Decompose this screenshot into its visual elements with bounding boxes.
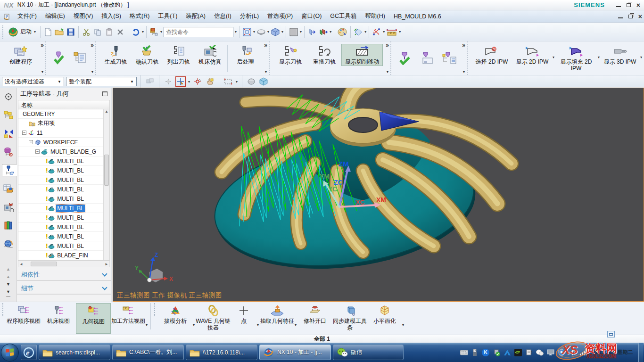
show-toolpath-button[interactable]: 显示刀轨 bbox=[273, 44, 307, 66]
menu-analysis[interactable]: 分析(L) bbox=[236, 10, 263, 22]
scroll-up-icon[interactable]: ▲ bbox=[6, 267, 10, 272]
snap-dropdown-arrow[interactable]: ▾ bbox=[188, 80, 190, 84]
operation-navigator-icon[interactable] bbox=[2, 164, 17, 176]
show-3d-dropdown-arrow[interactable]: ▾ bbox=[640, 55, 642, 59]
show-cut-moves-button[interactable]: 显示切削移动 bbox=[341, 44, 383, 66]
facet-dropdown-arrow[interactable]: ▾ bbox=[402, 323, 404, 327]
operation-list-icon[interactable] bbox=[73, 51, 87, 65]
tray-usb-icon[interactable] bbox=[471, 349, 479, 356]
tray-k-icon[interactable]: K bbox=[482, 349, 489, 356]
cut-button[interactable] bbox=[81, 25, 92, 39]
taskbar-nx-button[interactable]: NX 10 - 加工 - [j... bbox=[259, 345, 331, 360]
group-dropdown-arrow[interactable]: ▾ bbox=[91, 70, 93, 74]
selection-filter-dropdown[interactable]: 没有选择过滤器▼ bbox=[2, 77, 64, 86]
select-2d-ipw-button[interactable]: 选择 2D IPW bbox=[471, 44, 512, 66]
command-finder[interactable] bbox=[164, 27, 233, 37]
shaded-dropdown-arrow[interactable]: ▾ bbox=[267, 30, 269, 34]
paste-button[interactable] bbox=[103, 25, 115, 39]
tree-row-workpiece[interactable]: − WORKPIECE bbox=[18, 138, 109, 147]
tree-row-operation-selected[interactable]: !MULTI_BL bbox=[18, 204, 109, 213]
tree-row-operation[interactable]: !MULTI_BL bbox=[18, 213, 109, 222]
tray-volume-icon[interactable] bbox=[569, 349, 576, 356]
library-books-icon[interactable] bbox=[2, 219, 15, 231]
tray-wechat-icon[interactable] bbox=[536, 349, 544, 356]
graphics-viewport[interactable]: ZM ZC YM YC XC XM X Y Z 正三轴测图 工作 摄像机 正三轴… bbox=[113, 88, 644, 302]
assembly-navigator-icon[interactable] bbox=[2, 109, 15, 121]
roller-settings-icon[interactable] bbox=[2, 90, 15, 103]
verify-tool-icon[interactable] bbox=[53, 51, 67, 65]
patch-opening-button[interactable]: 修补开口 bbox=[297, 303, 332, 334]
tool-tree-icon[interactable] bbox=[441, 51, 456, 65]
move-face-button[interactable] bbox=[306, 25, 318, 39]
group-dropdown-arrow[interactable]: ▾ bbox=[387, 70, 388, 74]
tree-row-operation[interactable]: !MULTI_BL bbox=[18, 241, 109, 251]
tree-row-blade-finish[interactable]: !BLADE_FIN bbox=[18, 251, 109, 260]
tray-keyboard-icon[interactable] bbox=[460, 349, 468, 356]
copy-button[interactable] bbox=[92, 25, 103, 39]
list-toolpath-button[interactable]: 列出刀轨 bbox=[163, 44, 194, 66]
scroll-down-icon[interactable]: ▼ bbox=[6, 282, 10, 287]
rotate-point-icon[interactable] bbox=[192, 76, 203, 87]
search-dropdown-arrow[interactable]: ▾ bbox=[235, 30, 237, 34]
assembly-structure-button[interactable] bbox=[149, 25, 160, 39]
extract-dropdown-arrow[interactable]: ▾ bbox=[295, 323, 297, 327]
tree-horizontal-scrollbar[interactable]: ◄► bbox=[18, 261, 110, 267]
tree-row-operation[interactable]: !MULTI_BL bbox=[18, 166, 109, 175]
generate-toolpath-button[interactable]: 生成刀轨 bbox=[100, 44, 132, 66]
window-style-button[interactable] bbox=[288, 25, 299, 39]
scroll-bottom-icon[interactable]: ▼— bbox=[6, 289, 10, 299]
tray-network-icon[interactable] bbox=[579, 349, 587, 356]
group-dropdown-arrow[interactable]: ▾ bbox=[265, 70, 267, 74]
undo-dropdown-arrow[interactable]: ▾ bbox=[142, 30, 144, 34]
point-button[interactable]: 点 bbox=[231, 303, 257, 334]
role-palette-button[interactable] bbox=[336, 25, 348, 39]
save-button[interactable] bbox=[65, 25, 76, 39]
section-button[interactable] bbox=[371, 25, 382, 39]
point-dropdown-arrow[interactable]: ▾ bbox=[257, 323, 259, 327]
menu-information[interactable]: 信息(I) bbox=[210, 10, 236, 22]
view-group-dropdown-arrow[interactable]: ▾ bbox=[146, 323, 148, 327]
part-navigator-icon[interactable] bbox=[2, 146, 15, 158]
delete-button[interactable] bbox=[115, 25, 126, 39]
tree-row-geometry[interactable]: GEOMETRY bbox=[18, 109, 109, 119]
group-dropdown-arrow[interactable]: ▾ bbox=[41, 70, 43, 74]
shaded-object-icon[interactable] bbox=[246, 76, 256, 87]
snap-point-active-icon[interactable] bbox=[175, 76, 186, 87]
menu-hb-mould[interactable]: HB_MOULD M6.6 bbox=[389, 11, 446, 22]
group-expand-chevron[interactable]: » bbox=[91, 42, 94, 49]
reuse-library-icon[interactable] bbox=[2, 182, 15, 195]
assembly-dropdown-arrow[interactable]: ▾ bbox=[160, 30, 162, 34]
check-tool-icon[interactable] bbox=[398, 51, 412, 65]
tree-row-operation[interactable]: !MULTI_BL bbox=[18, 175, 109, 185]
selection-scope-dropdown[interactable]: 整个装配▼ bbox=[66, 77, 137, 86]
details-section[interactable]: 细节 bbox=[17, 283, 111, 295]
tree-row-operation[interactable]: !MULTI_BL bbox=[18, 185, 109, 194]
tree-row-multi-blade-geom[interactable]: − MULTI_BLADE_G bbox=[18, 147, 109, 156]
menu-assemblies[interactable]: 装配(A) bbox=[182, 10, 210, 22]
tray-autodesk-icon[interactable] bbox=[504, 349, 511, 356]
scrollbar-thumb[interactable] bbox=[31, 262, 57, 266]
menu-help[interactable]: 帮助(H) bbox=[361, 10, 389, 22]
show-2d-ipw-button[interactable]: 显示 2D IPW bbox=[512, 44, 553, 66]
machining-wizard-icon[interactable] bbox=[2, 201, 15, 213]
taskbar-folder-abc[interactable]: C:\ABC\一看。刘... bbox=[112, 345, 184, 360]
machine-tool-view-button[interactable]: 机床视图 bbox=[41, 303, 76, 334]
create-program-button[interactable]: 创建程序 bbox=[4, 44, 38, 66]
orient-dropdown-arrow[interactable]: ▾ bbox=[281, 30, 283, 34]
menu-format[interactable]: 格式(R) bbox=[125, 10, 154, 22]
taskbar-clock[interactable]: 2019/10/8 星期二 bbox=[590, 349, 636, 356]
menu-edit[interactable]: 编辑(E) bbox=[41, 10, 69, 22]
tray-security-icon[interactable] bbox=[558, 349, 565, 356]
tree-row-operation[interactable]: !MULTI_BL bbox=[18, 222, 109, 232]
close-icon[interactable]: × bbox=[636, 3, 640, 8]
replay-toolpath-button[interactable]: 重播刀轨 bbox=[307, 44, 341, 66]
select-shape-dropdown-arrow[interactable]: ▾ bbox=[236, 80, 238, 84]
constraint-navigator-icon[interactable] bbox=[2, 127, 15, 140]
section-dropdown-arrow[interactable]: ▾ bbox=[383, 30, 385, 34]
menu-gc-toolbox[interactable]: GC工具箱 bbox=[326, 10, 361, 22]
undo-button[interactable] bbox=[130, 25, 141, 39]
verify-toolpath-button[interactable]: 确认刀轨 bbox=[132, 44, 163, 66]
web-browser-icon[interactable] bbox=[2, 238, 15, 250]
geometry-view-button[interactable]: 几何视图 bbox=[76, 303, 111, 334]
machining-method-view-button[interactable]: 加工方法视图 bbox=[111, 303, 146, 334]
